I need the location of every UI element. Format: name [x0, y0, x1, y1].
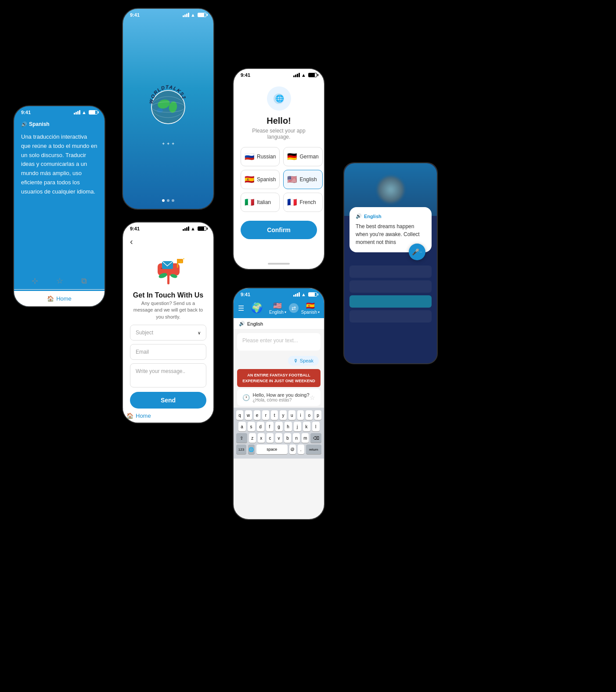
hello-heading: Hello! — [241, 116, 317, 126]
ad-text: AN ENTIRE FANTASY FOOTBALL EXPERIENCE IN… — [242, 373, 315, 383]
svg-text:✦: ✦ — [180, 260, 183, 264]
key-c[interactable]: c — [267, 433, 274, 443]
message-field[interactable]: Write your message.. — [130, 363, 206, 387]
delete-key[interactable]: ⌫ — [310, 433, 321, 443]
home-button-3[interactable]: 🏠 Home — [126, 412, 210, 419]
email-field[interactable]: Email — [130, 344, 206, 360]
contact-illustration: ✦ ✦ — [123, 250, 213, 290]
space-key[interactable]: space — [256, 445, 288, 454]
globe-key[interactable]: 🌐 — [248, 445, 255, 454]
language-selectors: 🇺🇸 English ▾ ⇄ 🇪🇸 Spanish ▾ — [269, 301, 320, 315]
email-label: Email — [136, 349, 149, 355]
list-row-3 — [349, 310, 432, 323]
period-key[interactable]: . — [298, 445, 304, 454]
message-placeholder: Write your message.. — [136, 368, 201, 374]
key-n[interactable]: n — [293, 433, 300, 443]
key-u[interactable]: u — [288, 410, 295, 420]
stars-decoration: ✦ ✦ ✦ — [162, 141, 175, 146]
key-d[interactable]: d — [257, 422, 264, 431]
key-q[interactable]: q — [236, 410, 243, 420]
key-s[interactable]: s — [248, 422, 255, 431]
key-t[interactable]: t — [271, 410, 278, 420]
return-key[interactable]: return — [306, 445, 321, 454]
key-z[interactable]: z — [249, 433, 256, 443]
keyboard-row-4: 123 🌐 space @ . return — [236, 445, 321, 454]
time-3: 9:41 — [130, 226, 140, 231]
flag-russian: 🇷🇺 — [245, 152, 254, 161]
phone-splash: 9:41 ▲ — [122, 8, 214, 210]
text-input-area[interactable]: Please enter your text... — [237, 333, 321, 351]
world-icon: 🌐 — [267, 86, 291, 111]
ellipsis-icon: ··· — [419, 250, 422, 254]
mic-button[interactable]: 🎤 ··· — [409, 244, 425, 260]
subject-label: Subject — [136, 330, 153, 336]
confirm-button[interactable]: Confirm — [241, 221, 317, 239]
key-p[interactable]: p — [314, 410, 321, 420]
key-f[interactable]: f — [266, 422, 274, 431]
to-lang-text: Spanish — [301, 310, 317, 315]
status-icons-1: ▲ — [74, 110, 97, 115]
key-w[interactable]: w — [245, 410, 252, 420]
key-l[interactable]: l — [312, 422, 320, 431]
speak-button[interactable]: 🎙 Speak — [288, 356, 319, 366]
swap-languages-button[interactable]: ⇄ — [289, 303, 299, 313]
menu-icon[interactable]: ☰ — [238, 304, 244, 312]
app-logo: 🌍 — [251, 302, 263, 314]
mailbox-icon: ✦ ✦ — [150, 255, 187, 285]
svg-text:🌐: 🌐 — [275, 94, 284, 103]
lang-italian[interactable]: 🇮🇹 Italian — [241, 193, 280, 212]
key-a[interactable]: a — [238, 422, 246, 431]
send-button[interactable]: Send — [130, 392, 206, 409]
subject-field[interactable]: Subject ∨ — [130, 325, 206, 341]
copy-icon[interactable]: ⧉ — [81, 276, 87, 286]
key-r[interactable]: r — [262, 410, 269, 420]
language-grid: 🇷🇺 Russian 🇩🇪 German 🇪🇸 Spanish 🇺🇸 Engli… — [241, 147, 317, 212]
key-x[interactable]: x — [258, 433, 265, 443]
lang-name-french: French — [299, 199, 316, 205]
key-v[interactable]: v — [275, 433, 282, 443]
home-indicator — [268, 263, 290, 265]
lang-spanish[interactable]: 🇪🇸 Spanish — [241, 170, 280, 189]
lang-french[interactable]: 🇫🇷 French — [283, 193, 322, 212]
key-o[interactable]: o — [306, 410, 313, 420]
wifi-icon: ▲ — [82, 110, 86, 115]
contact-subtitle: Any question? Send us a message and we w… — [123, 300, 213, 325]
shift-key[interactable]: ⇧ — [236, 433, 247, 443]
from-lang-selector[interactable]: 🇺🇸 English ▾ — [269, 301, 286, 315]
home-footer: 🏠 Home — [14, 291, 104, 306]
status-bar-2: 9:41 ▲ — [123, 9, 213, 19]
history-item[interactable]: 🕐 Hello, How are you doing? ¿Hola, cómo … — [237, 389, 321, 406]
flag-english: 🇺🇸 — [287, 175, 297, 184]
home-button[interactable]: 🏠 Home — [47, 295, 72, 302]
star-icon[interactable]: ☆ — [56, 276, 63, 286]
numbers-key[interactable]: 123 — [236, 445, 246, 454]
lang-russian[interactable]: 🇷🇺 Russian — [241, 147, 280, 166]
history-texts: Hello, How are you doing? ¿Hola, cómo es… — [252, 392, 309, 402]
key-g[interactable]: g — [275, 422, 283, 431]
key-h[interactable]: h — [285, 422, 292, 431]
lang-label: Spanish — [29, 121, 50, 127]
from-lang-label: English ▾ — [269, 310, 286, 315]
voice-lang-bar: 🔊 English — [234, 318, 324, 330]
text-input-placeholder: Please enter your text... — [242, 337, 315, 344]
lang-german[interactable]: 🇩🇪 German — [283, 147, 322, 166]
expand-icon[interactable]: ⊹ — [32, 276, 38, 286]
lang-english[interactable]: 🇺🇸 English — [283, 170, 322, 189]
at-key[interactable]: @ — [289, 445, 296, 454]
key-m[interactable]: m — [302, 433, 309, 443]
key-i[interactable]: i — [297, 410, 304, 420]
key-e[interactable]: e — [254, 410, 261, 420]
back-button[interactable]: ‹ — [130, 237, 133, 247]
flag-german: 🇩🇪 — [287, 152, 297, 161]
key-k[interactable]: k — [303, 422, 310, 431]
keyboard-row-1: q w e r t y u i o p — [236, 410, 321, 420]
key-j[interactable]: j — [294, 422, 301, 431]
phone-main-app: 9:41 ▲ ☰ 🌍 🇺🇸 English ▾ ⇄ — [233, 287, 325, 520]
to-lang-selector[interactable]: 🇪🇸 Spanish ▾ — [301, 301, 320, 315]
key-y[interactable]: y — [280, 410, 287, 420]
voice-speaker-icon: 🔊 — [239, 321, 245, 326]
contact-home-footer: 🏠 Home — [123, 409, 213, 423]
key-b[interactable]: b — [284, 433, 291, 443]
favorite-star-icon[interactable]: ☆ — [310, 394, 315, 401]
signal-icon — [293, 292, 300, 297]
